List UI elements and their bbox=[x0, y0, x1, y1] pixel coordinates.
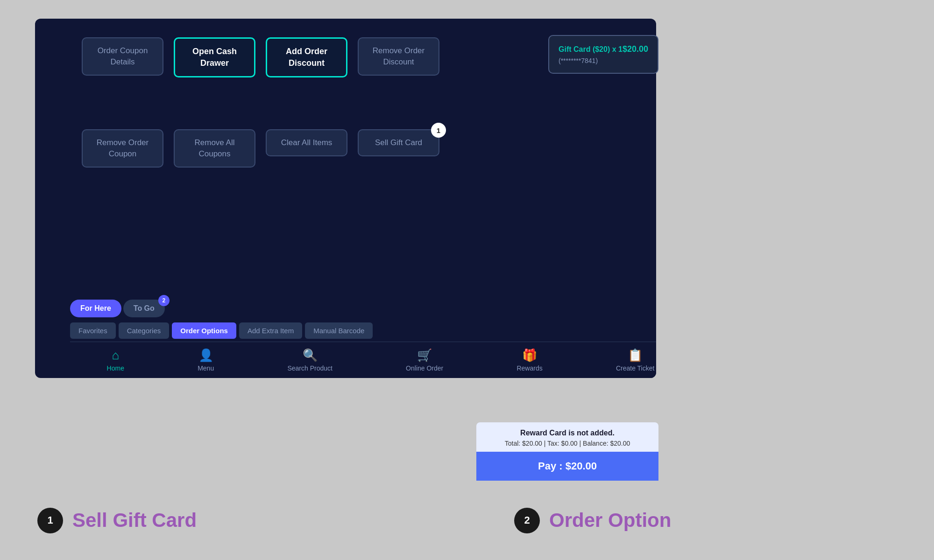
rewards-icon: 🎁 bbox=[522, 348, 537, 363]
remove-order-discount-wrapper: Remove Order Discount bbox=[358, 37, 439, 119]
pay-button[interactable]: Pay : $20.00 bbox=[476, 452, 658, 481]
menu-icon: 👤 bbox=[198, 348, 213, 363]
add-extra-item-tab[interactable]: Add Extra Item bbox=[239, 322, 302, 339]
order-type-row: For Here To Go 2 bbox=[70, 300, 165, 317]
order-coupon-details-button[interactable]: Order Coupon Details bbox=[82, 37, 163, 76]
remove-order-coupon-button[interactable]: Remove Order Coupon bbox=[82, 129, 163, 168]
annotation-row: 1 Sell Gift Card 2 Order Option bbox=[0, 481, 934, 560]
add-order-discount-wrapper: Add Order Discount bbox=[266, 37, 347, 119]
gift-card-title: Gift Card bbox=[559, 45, 593, 53]
right-panel: Gift Card ($20) x 1 $20.00 (********7841… bbox=[548, 35, 658, 78]
remove-all-coupons-wrapper: Remove All Coupons bbox=[174, 129, 255, 211]
sell-gift-card-wrapper: 1 Sell Gift Card bbox=[358, 129, 439, 211]
remove-order-coupon-wrapper: Remove Order Coupon bbox=[82, 129, 163, 211]
categories-tab[interactable]: Categories bbox=[119, 322, 170, 339]
to-go-wrapper: To Go 2 bbox=[123, 300, 165, 317]
nav-menu[interactable]: 👤 Menu bbox=[198, 348, 214, 372]
open-cash-drawer-button[interactable]: Open Cash Drawer bbox=[174, 37, 255, 77]
order-coupon-details-wrapper: Order Coupon Details bbox=[82, 37, 163, 119]
bottom-nav: ⌂ Home 👤 Menu 🔍 Search Product 🛒 Online … bbox=[70, 342, 656, 378]
reward-box: Reward Card is not added. Total: $20.00 … bbox=[476, 422, 658, 452]
annotation-badge-2: 2 bbox=[514, 508, 540, 533]
order-options-tab[interactable]: Order Options bbox=[172, 322, 236, 339]
remove-order-discount-button[interactable]: Remove Order Discount bbox=[358, 37, 439, 76]
for-here-button[interactable]: For Here bbox=[70, 300, 121, 317]
clear-all-items-button[interactable]: Clear All Items bbox=[266, 129, 347, 156]
reward-title: Reward Card is not added. bbox=[486, 429, 649, 437]
nav-search-product[interactable]: 🔍 Search Product bbox=[287, 348, 333, 372]
gift-card-amount: ($20) x 1 bbox=[593, 45, 623, 53]
favorites-tab[interactable]: Favorites bbox=[70, 322, 116, 339]
manual-barcode-tab[interactable]: Manual Barcode bbox=[305, 322, 373, 339]
gift-card-row: Gift Card ($20) x 1 $20.00 bbox=[559, 44, 648, 54]
nav-menu-label: Menu bbox=[198, 364, 214, 372]
category-tabs: Favorites Categories Order Options Add E… bbox=[70, 322, 373, 339]
nav-rewards[interactable]: 🎁 Rewards bbox=[517, 348, 542, 372]
gift-card-price: $20.00 bbox=[623, 44, 648, 54]
annotation-text-1: Sell Gift Card bbox=[72, 509, 197, 532]
open-cash-drawer-wrapper: Open Cash Drawer bbox=[174, 37, 255, 119]
remove-all-coupons-button[interactable]: Remove All Coupons bbox=[174, 129, 255, 168]
nav-online-order[interactable]: 🛒 Online Order bbox=[406, 348, 443, 372]
annotation-order-option: 2 Order Option bbox=[514, 508, 671, 533]
nav-online-order-label: Online Order bbox=[406, 364, 443, 372]
gift-card-item: Gift Card ($20) x 1 $20.00 (********7841… bbox=[548, 35, 658, 74]
gift-card-label: Gift Card ($20) x 1 bbox=[559, 45, 623, 54]
home-icon: ⌂ bbox=[112, 348, 119, 363]
gift-card-number: (********7841) bbox=[559, 57, 648, 64]
nav-rewards-label: Rewards bbox=[517, 364, 542, 372]
search-icon: 🔍 bbox=[303, 348, 318, 363]
nav-search-label: Search Product bbox=[287, 364, 333, 372]
sell-gift-card-badge: 1 bbox=[431, 123, 446, 138]
annotation-sell-gift-card: 1 Sell Gift Card bbox=[37, 508, 197, 533]
payment-summary: Total: $20.00 | Tax: $0.00 | Balance: $2… bbox=[486, 440, 649, 447]
clear-all-items-wrapper: Clear All Items bbox=[266, 129, 347, 211]
annotation-badge-1: 1 bbox=[37, 508, 63, 533]
sell-gift-card-button[interactable]: Sell Gift Card bbox=[358, 129, 439, 156]
nav-create-ticket-label: Create Ticket bbox=[616, 364, 654, 372]
create-ticket-icon: 📋 bbox=[628, 348, 643, 363]
online-order-icon: 🛒 bbox=[417, 348, 432, 363]
nav-home-label: Home bbox=[107, 364, 124, 372]
nav-home[interactable]: ⌂ Home bbox=[107, 348, 124, 372]
to-go-badge: 2 bbox=[158, 295, 170, 306]
add-order-discount-button[interactable]: Add Order Discount bbox=[266, 37, 347, 77]
nav-create-ticket[interactable]: 📋 Create Ticket bbox=[616, 348, 654, 372]
annotation-text-2: Order Option bbox=[549, 509, 671, 532]
payment-panel: Reward Card is not added. Total: $20.00 … bbox=[476, 422, 658, 481]
